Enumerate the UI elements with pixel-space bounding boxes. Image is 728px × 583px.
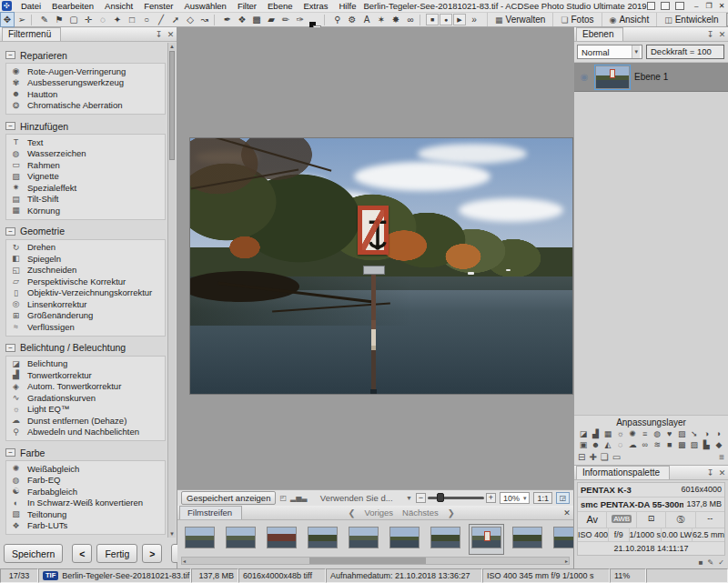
adj-blur-icon[interactable]: ◌ [615, 440, 626, 449]
thumbnail-image[interactable] [430, 527, 460, 548]
adj-skin-tune-icon[interactable]: ☻ [591, 440, 602, 449]
filter-item[interactable]: ☯ Farbabgleich [10, 486, 165, 498]
filmstrip-thumbnail[interactable] [469, 524, 504, 555]
rectangle-tool-icon[interactable]: □ [125, 13, 139, 26]
curve-tool-icon[interactable]: ↝ [197, 13, 212, 26]
adj-vibrance-icon[interactable]: ▣ [578, 440, 589, 449]
text-tool-icon[interactable]: A [359, 13, 374, 26]
zoom-in-button[interactable]: + [486, 493, 496, 503]
save-button[interactable]: Speichern [4, 544, 63, 563]
close-filmstrip-icon[interactable]: ✕ [561, 508, 573, 518]
prev-button[interactable]: < [72, 544, 92, 563]
histogram-icon[interactable]: ▂▅▃ [290, 494, 307, 502]
zoom-tool-icon[interactable]: ⚲ [330, 13, 345, 26]
dodge-tool-icon[interactable]: ✏ [278, 13, 293, 26]
adj-picture-icon[interactable]: ▨ [689, 440, 700, 449]
magic-wand-icon[interactable]: ✦ [110, 13, 125, 26]
adj-color-wheel-icon[interactable]: ◍ [652, 429, 662, 438]
filter-item[interactable]: ⊞ Größenänderung [10, 310, 165, 322]
filter-item[interactable]: ▤ Tilt-Shift [10, 194, 165, 206]
scrollbar-thumb[interactable] [169, 51, 175, 160]
adj-exposure-icon[interactable]: ◪ [578, 429, 589, 438]
adj-glasses-icon[interactable]: ∞ [640, 440, 651, 449]
adj-dehaze-icon[interactable]: ☁ [627, 440, 638, 449]
close-panel-icon[interactable]: ✕ [716, 468, 728, 477]
ellipse-tool-icon[interactable]: ○ [139, 13, 154, 26]
adj-solid-fill-icon[interactable]: ■ [664, 440, 675, 449]
restore-button[interactable]: ❐ [703, 0, 715, 13]
adj-split-tone-icon[interactable]: ◗ [713, 429, 724, 438]
filmstrip-thumbnail[interactable] [223, 524, 258, 555]
mode-ansicht[interactable]: ◉ Ansicht [602, 13, 657, 26]
minimize-button[interactable]: – [690, 0, 703, 13]
filter-item[interactable]: T Text [10, 136, 165, 148]
pin-icon[interactable]: ↧ [153, 30, 165, 39]
thumbnail-image[interactable] [308, 527, 338, 548]
layer-visibility-icon[interactable]: ◉ [578, 72, 591, 82]
adj-curves-icon[interactable]: ▦ [602, 429, 613, 438]
filter-item[interactable]: ▨ Vignette [10, 171, 165, 183]
pin-icon[interactable]: ↧ [704, 468, 716, 477]
filter-item[interactable]: ◐ In Schwarz-Weiß konvertieren [10, 498, 165, 509]
separator[interactable] [420, 15, 424, 25]
stop-button-icon[interactable]: ■ [426, 14, 439, 25]
zoom-slider-thumb[interactable] [437, 493, 444, 502]
menu-item[interactable]: Filter [232, 0, 262, 13]
image-canvas[interactable] [177, 27, 574, 489]
filter-item[interactable]: ◎ Linsenkorrektur [10, 298, 165, 310]
smart-brush-icon[interactable]: ✎ [37, 13, 52, 26]
adj-white-balance-icon[interactable]: ✺ [627, 429, 638, 438]
thumbnail-image[interactable] [267, 527, 297, 548]
adj-color-balance-icon[interactable]: ♥ [664, 429, 675, 438]
marquee-tool-icon[interactable]: ▢ [66, 13, 81, 26]
filmstrip-thumbnail[interactable] [305, 524, 340, 555]
thumbnail-image[interactable] [389, 527, 420, 548]
filter-item[interactable]: ▧ Teiltonung [10, 508, 165, 520]
filter-item[interactable]: ☁ Dunst entfernen (Dehaze) [10, 415, 165, 427]
filmstrip-thumbnail[interactable] [264, 524, 299, 555]
thumbnail-image[interactable] [471, 527, 501, 548]
menu-item[interactable]: Bearbeiten [46, 0, 99, 13]
arrow-tool-icon[interactable]: ➚ [168, 13, 183, 26]
adj-photo-effect-icon[interactable]: ▨ [676, 429, 687, 438]
adj-color-eq-icon[interactable]: ≡ [640, 429, 651, 438]
thumbnail-image[interactable] [553, 527, 573, 548]
filter-panel-tab[interactable]: Filtermenü [2, 27, 61, 41]
layout-full-button[interactable] [675, 2, 684, 10]
filter-item[interactable]: ▭ Rahmen [10, 159, 165, 171]
adj-histogram-icon[interactable]: ▙ [701, 440, 712, 449]
section-header[interactable]: − Reparieren [5, 47, 166, 63]
adj-sharpen-icon[interactable]: ◭ [602, 440, 613, 449]
filter-item[interactable]: ⚲ Abwedeln und Nachbelichten [10, 427, 165, 438]
menu-item[interactable]: Datei [15, 0, 46, 13]
next-button[interactable]: Nächstes [402, 508, 439, 518]
layout-single-button[interactable] [647, 2, 656, 10]
thumbnail-image[interactable] [349, 527, 379, 548]
record-button-icon[interactable]: ● [440, 14, 452, 25]
paint-tool-icon[interactable]: ❖ [235, 13, 249, 26]
zoom-out-button[interactable]: − [416, 493, 426, 503]
scroll-left-icon[interactable]: ◂ [183, 558, 186, 565]
separator[interactable] [31, 15, 35, 25]
separator[interactable] [324, 15, 329, 25]
blend-mode-select[interactable]: Normal ▾ [577, 45, 642, 59]
chevron-down-icon[interactable]: ▼ [406, 495, 412, 501]
mode-fotos[interactable]: ❏ Fotos [552, 13, 601, 26]
menu-icon[interactable]: ≡ [719, 452, 724, 462]
adj-pattern-icon[interactable]: ▩ [676, 440, 687, 449]
lasso-tool-icon[interactable]: ◌ [96, 13, 110, 26]
collapse-icon[interactable]: − [5, 227, 15, 236]
chevron-right-icon[interactable]: ❯ [448, 508, 455, 518]
menu-item[interactable]: Ebene [262, 0, 298, 13]
adj-levels-icon[interactable]: ▟ [591, 429, 602, 438]
filter-item[interactable]: ▟ Tonwertkorrektur [10, 369, 165, 381]
pin-icon[interactable]: ↧ [704, 30, 716, 39]
filmstrip-thumbnail[interactable] [182, 524, 217, 555]
filter-item[interactable]: ≈ Verflüssigen [10, 321, 165, 333]
layer-name[interactable]: Ebene 1 [634, 72, 668, 82]
scroll-right-icon[interactable]: ▸ [565, 558, 568, 565]
pen-tool-icon[interactable]: ✑ [293, 13, 308, 26]
filter-item[interactable]: ☻ Hautton [10, 88, 165, 100]
section-header[interactable]: − Farbe [5, 445, 166, 460]
fit-image-button[interactable]: ◲ [556, 492, 570, 504]
